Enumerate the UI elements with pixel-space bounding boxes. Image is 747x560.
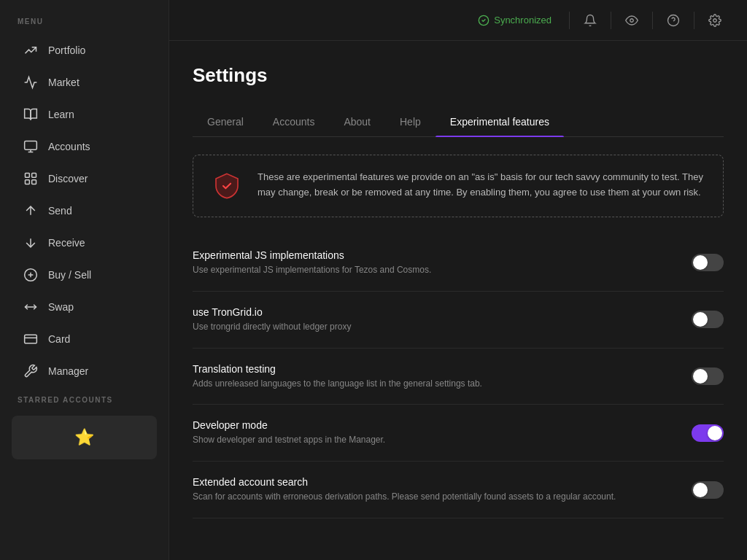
- page-title: Settings: [193, 64, 724, 87]
- settings-content: Settings General Accounts About Help Exp…: [169, 41, 747, 560]
- feature-info-extended-search: Extended account search Scan for account…: [193, 476, 692, 503]
- sidebar-item-swap-label: Swap: [48, 301, 74, 313]
- tab-general[interactable]: General: [193, 107, 258, 136]
- topbar-divider-3: [652, 12, 653, 29]
- svg-rect-5: [26, 180, 30, 184]
- toggle-track-trongrid[interactable]: [692, 311, 724, 328]
- notice-shield-icon: [211, 170, 243, 202]
- sidebar-item-discover[interactable]: Discover: [6, 163, 163, 195]
- feature-desc-extended-search: Scan for accounts with erroneous derivat…: [193, 491, 692, 503]
- topbar-divider-4: [694, 12, 694, 29]
- sidebar-item-buy-sell-label: Buy / Sell: [48, 269, 91, 281]
- eye-icon: [625, 14, 638, 27]
- sync-check-icon: [478, 15, 489, 26]
- sidebar-item-portfolio-label: Portfolio: [48, 44, 85, 56]
- svg-rect-3: [26, 174, 30, 178]
- toggle-track-translation[interactable]: [692, 368, 724, 385]
- feature-info-developer-mode: Developer mode Show developer and testne…: [193, 419, 692, 446]
- toggle-track-developer-mode[interactable]: [692, 424, 724, 442]
- feature-info-trongrid: use TronGrid.io Use trongrid directly wi…: [193, 306, 692, 333]
- feature-desc-trongrid: Use trongrid directly without ledger pro…: [193, 321, 692, 333]
- main-content: Synchronized: [169, 0, 747, 560]
- toggle-thumb-trongrid: [693, 312, 708, 327]
- sidebar-item-discover-label: Discover: [48, 173, 88, 184]
- tab-about[interactable]: About: [329, 107, 385, 136]
- tab-accounts[interactable]: Accounts: [258, 107, 330, 136]
- feature-desc-experimental-js: Use experimental JS implementations for …: [193, 264, 692, 276]
- sidebar-item-learn-label: Learn: [48, 109, 74, 120]
- feature-title-experimental-js: Experimental JS implementations: [193, 249, 692, 261]
- menu-label: MENU: [0, 12, 169, 34]
- tab-experimental[interactable]: Experimental features: [436, 107, 564, 136]
- feature-title-trongrid: use TronGrid.io: [193, 306, 692, 318]
- topbar-divider-1: [569, 12, 570, 29]
- svg-rect-13: [25, 335, 37, 343]
- sidebar-item-receive[interactable]: Receive: [6, 227, 163, 259]
- topbar-divider-2: [611, 12, 611, 29]
- tab-help[interactable]: Help: [385, 107, 436, 136]
- svg-point-17: [668, 15, 679, 26]
- feature-rows: Experimental JS implementations Use expe…: [193, 235, 724, 518]
- toggle-track-extended-search[interactable]: [692, 481, 724, 499]
- toggle-extended-search[interactable]: [692, 481, 724, 499]
- toggle-trongrid[interactable]: [692, 311, 724, 328]
- swap-icon: [23, 300, 38, 314]
- toggle-developer-mode[interactable]: [692, 424, 724, 442]
- accounts-icon: [23, 139, 38, 154]
- feature-desc-developer-mode: Show developer and testnet apps in the M…: [193, 434, 692, 446]
- sidebar-item-accounts[interactable]: Accounts: [6, 131, 163, 163]
- sidebar-item-manager[interactable]: Manager: [6, 355, 163, 387]
- topbar: Synchronized: [169, 0, 747, 41]
- help-button[interactable]: [659, 6, 688, 35]
- feature-row-experimental-js: Experimental JS implementations Use expe…: [193, 235, 724, 292]
- experimental-notice: These are experimental features we provi…: [193, 155, 724, 217]
- gear-icon: [708, 14, 721, 27]
- starred-account-card: ⭐: [12, 416, 157, 459]
- sidebar-item-learn[interactable]: Learn: [6, 98, 163, 131]
- toggle-thumb-translation: [693, 369, 708, 384]
- feature-row-extended-search: Extended account search Scan for account…: [193, 462, 724, 518]
- svg-rect-6: [32, 180, 36, 184]
- feature-row-translation: Translation testing Adds unreleased lang…: [193, 349, 724, 405]
- visibility-button[interactable]: [617, 6, 646, 35]
- market-icon: [23, 75, 38, 90]
- sidebar-item-receive-label: Receive: [48, 237, 85, 249]
- notice-text: These are experimental features we provi…: [258, 170, 705, 201]
- notifications-button[interactable]: [576, 6, 605, 35]
- toggle-track-experimental-js[interactable]: [692, 254, 724, 271]
- sidebar-item-swap[interactable]: Swap: [6, 291, 163, 323]
- sidebar-item-manager-label: Manager: [48, 365, 88, 377]
- feature-title-translation: Translation testing: [193, 363, 692, 375]
- discover-icon: [23, 171, 38, 186]
- feature-title-developer-mode: Developer mode: [193, 419, 692, 431]
- sidebar-item-portfolio[interactable]: Portfolio: [6, 34, 163, 66]
- svg-point-19: [713, 18, 717, 22]
- manager-icon: [23, 364, 38, 378]
- sync-status: Synchronized: [478, 15, 551, 26]
- sync-label: Synchronized: [494, 15, 551, 26]
- settings-tabs: General Accounts About Help Experimental…: [193, 107, 724, 137]
- sidebar-item-card-label: Card: [48, 333, 70, 345]
- sidebar-item-buy-sell[interactable]: Buy / Sell: [6, 259, 163, 291]
- sidebar-item-card[interactable]: Card: [6, 323, 163, 355]
- buy-sell-icon: [23, 268, 38, 282]
- toggle-translation[interactable]: [692, 368, 724, 385]
- svg-rect-0: [25, 141, 37, 150]
- toggle-thumb-developer-mode: [708, 426, 722, 440]
- sidebar-item-market-label: Market: [48, 77, 80, 88]
- sidebar-item-market[interactable]: Market: [6, 66, 163, 98]
- toggle-thumb-experimental-js: [693, 255, 708, 270]
- toggle-experimental-js[interactable]: [692, 254, 724, 271]
- feature-title-extended-search: Extended account search: [193, 476, 692, 488]
- feature-desc-translation: Adds unreleased languages to the languag…: [193, 378, 692, 390]
- feature-info-translation: Translation testing Adds unreleased lang…: [193, 363, 692, 390]
- settings-button[interactable]: [700, 6, 729, 35]
- feature-row-trongrid: use TronGrid.io Use trongrid directly wi…: [193, 292, 724, 349]
- sidebar-item-send[interactable]: Send: [6, 195, 163, 227]
- receive-icon: [23, 236, 38, 250]
- sidebar-item-send-label: Send: [48, 205, 72, 217]
- feature-row-developer-mode: Developer mode Show developer and testne…: [193, 405, 724, 462]
- send-icon: [23, 203, 38, 218]
- bell-icon: [584, 14, 597, 27]
- learn-icon: [23, 107, 38, 122]
